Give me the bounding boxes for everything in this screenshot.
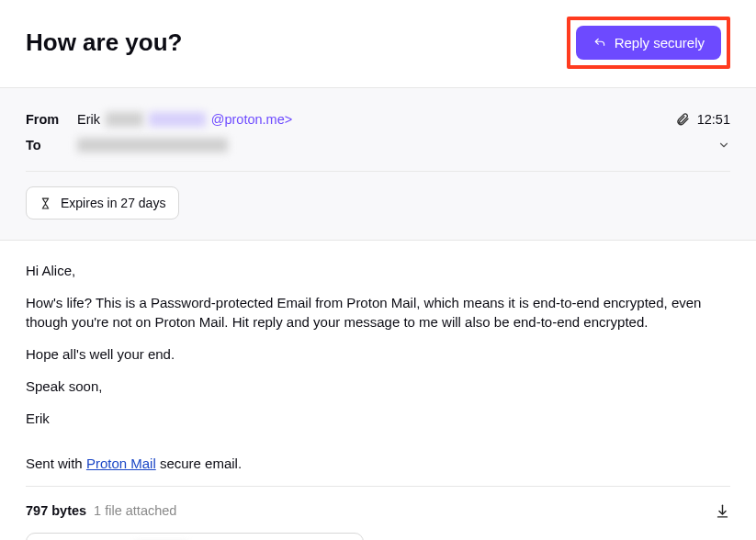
expand-recipients-button[interactable]	[717, 139, 730, 152]
from-domain: @proton.me>	[211, 112, 292, 127]
proton-mail-link[interactable]: Proton Mail	[86, 456, 156, 471]
metadata-divider	[26, 171, 730, 172]
chevron-down-icon	[717, 139, 730, 152]
body-paragraph: Erik	[26, 409, 730, 428]
email-metadata: From Erik ████ ██████ @proton.me> 12:51 …	[0, 88, 756, 241]
attachments-summary: 797 bytes 1 file attached	[26, 501, 730, 520]
from-label: From	[26, 112, 77, 127]
body-paragraph: Hi Alice,	[26, 261, 730, 280]
attachment-chip[interactable]: publickey - ██████@proto… 94.asc 797 byt…	[26, 533, 364, 540]
to-redacted: ████████████████	[77, 138, 228, 152]
attachments-count: 1 file attached	[94, 501, 176, 520]
from-redacted-2: ██████	[149, 112, 206, 127]
expiration-text: Expires in 27 days	[61, 196, 165, 210]
email-subject: How are you?	[26, 28, 182, 57]
expiration-badge: Expires in 27 days	[26, 186, 179, 219]
download-icon	[715, 503, 730, 519]
attachment-icon	[675, 112, 690, 127]
sent-with-suffix: secure email.	[156, 456, 242, 471]
reply-securely-button[interactable]: Reply securely	[576, 26, 721, 60]
body-paragraph: Speak soon,	[26, 377, 730, 396]
from-value: Erik ████ ██████ @proton.me>	[77, 112, 292, 127]
sent-with-prefix: Sent with	[26, 456, 86, 471]
attachments-divider	[26, 486, 730, 487]
attachments-total-size: 797 bytes	[26, 501, 86, 520]
to-label: To	[26, 138, 77, 152]
from-name: Erik	[77, 112, 100, 127]
body-paragraph: How's life? This is a Password-protected…	[26, 293, 730, 332]
body-paragraph: Hope all's well your end.	[26, 344, 730, 364]
reply-button-label: Reply securely	[615, 35, 705, 51]
signature-line: Sent with Proton Mail secure email.	[26, 454, 730, 473]
from-redacted-1: ████	[106, 112, 143, 127]
email-time: 12:51	[697, 112, 730, 127]
to-value: ████████████████	[77, 138, 228, 152]
download-all-button[interactable]	[715, 503, 730, 519]
email-body: Hi Alice, How's life? This is a Password…	[0, 241, 756, 540]
reply-highlight-box: Reply securely	[567, 17, 730, 69]
reply-arrow-icon	[592, 37, 607, 50]
hourglass-icon	[39, 197, 51, 210]
